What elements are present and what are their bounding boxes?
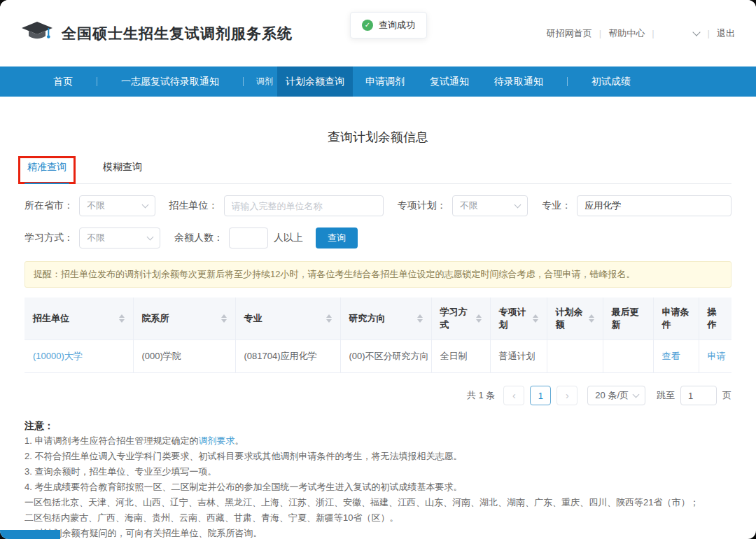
special-plan-select-value: 不限 [460, 200, 478, 212]
study-mode-select[interactable]: 不限 [79, 227, 160, 248]
balance-label: 余额人数： [174, 232, 223, 244]
province-label: 所在省市： [24, 200, 74, 212]
query-button[interactable]: 查询 [316, 227, 358, 248]
filter-row-2: 学习方式： 不限 余额人数： 人以上 查询 [24, 227, 732, 248]
nav-apply-adjustment[interactable]: 申请调剂 [353, 66, 417, 97]
notes-title: 注意： [24, 418, 732, 433]
divider: | [599, 28, 601, 38]
chevron-down-icon [147, 234, 154, 241]
table-row: (10000)大学 (000)学院 (081704)应用化学 (00)不区分研究… [24, 340, 732, 373]
cell-direction: (00)不区分研究方向 [340, 340, 431, 373]
notes-section: 注意： 1. 申请调剂考生应符合招生管理规定确定的调剂要求。 2. 不符合招生单… [24, 418, 732, 539]
sort-icon [115, 314, 125, 323]
nav-admission-notice[interactable]: 待录取通知 [482, 66, 556, 97]
next-page-button[interactable]: › [556, 386, 578, 405]
apply-link[interactable]: 申请 [708, 351, 726, 361]
app-header: 全国硕士生招生复试调剂服务系统 ✓ 查询成功 研招网首页 | 帮助中心 | | … [0, 0, 756, 66]
cell-department: (000)学院 [133, 340, 235, 373]
table-header-row: 招生单位 院系所 专业 研究方向 学习方式 专项计划 计划余额 最后更新 申请条… [24, 298, 732, 340]
note-item-1: 1. 申请调剂考生应符合招生管理规定确定的调剂要求。 [24, 433, 732, 449]
page-number-1[interactable]: 1 [530, 386, 551, 405]
note-item-4: 4. 考生成绩要符合教育部按照一区、二区制定并公布的参加全国统一考试考生进入复试… [24, 479, 732, 495]
nav-home[interactable]: 首页 [41, 66, 85, 97]
view-condition-link[interactable]: 查看 [662, 351, 680, 361]
nav-divider [567, 77, 568, 86]
col-header-special-plan[interactable]: 专项计划 [490, 298, 547, 340]
note-item-4a: 一区包括北京、天津、河北、山西、辽宁、吉林、黑龙江、上海、江苏、浙江、安徽、福建… [24, 495, 732, 510]
balance-input[interactable] [229, 227, 268, 248]
nav-initial-scores[interactable]: 初试成绩 [579, 66, 643, 97]
note-1-suffix: 。 [234, 435, 244, 446]
toast-query-success: ✓ 查询成功 [350, 12, 427, 38]
col-header-major[interactable]: 专业 [235, 298, 340, 340]
note-item-5: 5. 对计划余额有疑问的，可向有关招生单位、院系所咨询。 [24, 526, 732, 539]
balance-suffix: 人以上 [274, 232, 303, 244]
special-plan-select[interactable]: 不限 [452, 195, 528, 216]
major-label: 专业： [542, 200, 571, 212]
chevron-down-icon [633, 391, 640, 398]
adjustment-requirements-link[interactable]: 调剂要求 [198, 435, 234, 446]
divider: | [652, 28, 654, 38]
nav-group-label-tiaoji: 调剂 [255, 76, 277, 88]
app-title: 全国硕士生招生复试调剂服务系统 [62, 24, 293, 43]
toast-text: 查询成功 [379, 19, 415, 31]
footer-strip [0, 530, 60, 539]
main-content: 查询计划余额信息 精准查询 模糊查询 所在省市： 不限 招生单位： 专项计划： … [0, 129, 756, 539]
chevron-down-icon [514, 202, 522, 209]
divider: | [708, 28, 710, 38]
nav-first-choice-notice[interactable]: 一志愿复试待录取通知 [108, 66, 232, 97]
link-logout[interactable]: 退出 [717, 27, 735, 40]
nav-divider [97, 77, 97, 86]
jump-label: 跳至 [657, 389, 675, 402]
chevron-down-icon[interactable] [692, 28, 700, 36]
sort-icon [413, 314, 423, 323]
jump-suffix: 页 [722, 389, 732, 402]
tab-precise-query[interactable]: 精准查询 [24, 161, 69, 183]
prev-page-button[interactable]: ‹ [503, 386, 524, 405]
cell-apply-condition: 查看 [653, 340, 699, 373]
query-tabs: 精准查询 模糊查询 [24, 161, 732, 184]
nav-plan-balance-query[interactable]: 计划余额查询 [277, 66, 353, 97]
col-header-direction[interactable]: 研究方向 [340, 298, 431, 340]
app-window: 全国硕士生招生复试调剂服务系统 ✓ 查询成功 研招网首页 | 帮助中心 | | … [0, 0, 756, 539]
chevron-down-icon [141, 202, 148, 209]
link-help-center[interactable]: 帮助中心 [608, 27, 645, 40]
special-plan-label: 专项计划： [398, 200, 447, 212]
col-header-study-mode[interactable]: 学习方式 [431, 298, 490, 340]
pagination-total: 共 1 条 [467, 389, 495, 402]
note-item-4b: 二区包括内蒙古、广西、海南、贵州、云南、西藏、甘肃、青海、宁夏、新疆等10省（区… [24, 510, 732, 526]
success-check-icon: ✓ [362, 20, 373, 31]
unit-link[interactable]: (10000)大学 [33, 351, 83, 361]
province-select-value: 不限 [87, 200, 105, 212]
cell-special-plan: 普通计划 [490, 340, 547, 373]
note-item-2: 2. 不符合招生单位调入专业学科门类要求、初试科目要求或其他调剂申请条件的考生，… [24, 449, 732, 464]
nav-divider [243, 77, 244, 86]
link-yanzhao-home[interactable]: 研招网首页 [547, 27, 592, 40]
results-table: 招生单位 院系所 专业 研究方向 学习方式 专项计划 计划余额 最后更新 申请条… [24, 298, 732, 373]
province-select[interactable]: 不限 [79, 195, 155, 216]
sort-icon [217, 314, 227, 323]
jump-page-input[interactable] [680, 386, 717, 405]
sort-icon [584, 314, 594, 323]
sort-icon [528, 314, 538, 323]
cell-action: 申请 [699, 340, 732, 373]
cell-major: (081704)应用化学 [235, 340, 340, 373]
header-links: 研招网首页 | 帮助中心 | | 退出 [547, 27, 735, 40]
note-1-text: 1. 申请调剂考生应符合招生管理规定确定的 [24, 435, 198, 446]
nav-retest-notice[interactable]: 复试通知 [417, 66, 482, 97]
cell-study-mode: 全日制 [431, 340, 490, 373]
page-title: 查询计划余额信息 [24, 129, 732, 146]
tab-fuzzy-query[interactable]: 模糊查询 [100, 161, 145, 183]
col-header-last-update: 最后更新 [603, 298, 653, 340]
col-header-department[interactable]: 院系所 [133, 298, 235, 340]
study-mode-label: 学习方式： [24, 232, 74, 244]
page-size-select[interactable]: 20 条/页 [587, 386, 645, 405]
col-header-plan-balance[interactable]: 计划余额 [547, 298, 603, 340]
cell-last-update [603, 340, 653, 373]
unit-input[interactable] [224, 195, 384, 216]
brand: 全国硕士生招生复试调剂服务系统 [21, 21, 293, 46]
major-input[interactable] [577, 195, 732, 216]
col-header-apply-condition: 申请条件 [653, 298, 699, 340]
cell-plan-balance [547, 340, 603, 373]
col-header-unit[interactable]: 招生单位 [24, 298, 133, 340]
